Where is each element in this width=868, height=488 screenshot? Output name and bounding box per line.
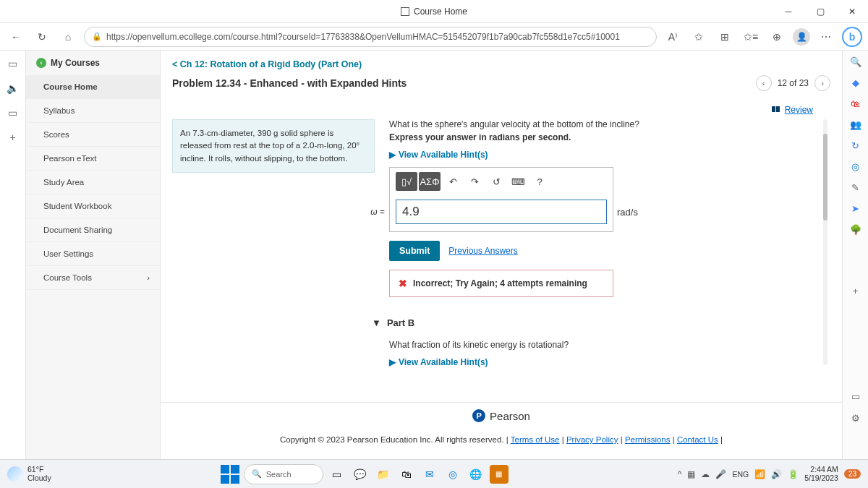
settings-icon[interactable]: ⚙ (851, 413, 860, 424)
edge-icon[interactable]: ◎ (443, 465, 462, 484)
read-aloud-button[interactable]: A⁾ (663, 27, 683, 47)
pager-prev-button[interactable]: ‹ (756, 75, 772, 91)
search-icon[interactable]: 🔍 (850, 56, 861, 67)
volume-icon[interactable]: 🔊 (771, 469, 782, 479)
copyright-text: Copyright © 2023 Pearson Education Inc. … (280, 435, 509, 444)
contact-link[interactable]: Contact Us (677, 435, 718, 444)
add-icon[interactable]: + (853, 286, 859, 296)
panel-icon[interactable]: ▭ (851, 391, 860, 402)
sync-icon[interactable]: ↻ (851, 140, 859, 151)
sidebar-item-course-home[interactable]: Course Home (26, 75, 160, 99)
redo-button[interactable]: ↷ (464, 172, 485, 191)
help-button[interactable]: ? (529, 172, 550, 191)
answer-input[interactable] (396, 200, 607, 224)
instruction-text: Express your answer in radians per secon… (389, 132, 813, 142)
hints-link[interactable]: ▶ View Available Hint(s) (389, 150, 813, 160)
mic-icon[interactable]: 🎤 (715, 469, 726, 479)
shopping-icon[interactable]: 🛍 (851, 98, 860, 109)
terms-link[interactable]: Terms of Use (511, 435, 560, 444)
tray-app-icon[interactable]: ▦ (687, 469, 695, 479)
sidebar-item-etext[interactable]: Pearson eText (26, 147, 160, 171)
collections-button[interactable]: ⊕ (767, 27, 787, 47)
wifi-icon[interactable]: 📶 (754, 469, 765, 479)
outlook-icon[interactable]: ◎ (851, 161, 859, 172)
edit-icon[interactable]: ✎ (851, 182, 859, 193)
split-button[interactable]: ⊞ (715, 27, 735, 47)
refresh-button[interactable]: ↻ (32, 27, 52, 47)
system-tray: ^ ▦ ☁ 🎤 ENG 📶 🔊 🔋 2:44 AM 5/19/2023 23 (678, 466, 861, 482)
reset-button[interactable]: ↺ (485, 172, 507, 191)
start-button[interactable] (221, 465, 239, 484)
lang-indicator[interactable]: ENG (732, 470, 749, 479)
unit-label: rad/s (613, 207, 644, 218)
triangle-icon: ▶ (389, 357, 396, 367)
mail-icon[interactable]: ✉ (420, 465, 439, 484)
explorer-icon[interactable]: 📁 (374, 465, 393, 484)
chat-icon[interactable]: 💬 (351, 465, 370, 484)
greek-button[interactable]: ΑΣΦ (419, 172, 441, 191)
sidebar-item-doc-sharing[interactable]: Document Sharing (26, 218, 160, 242)
previous-answers-link[interactable]: Previous Answers (448, 246, 517, 256)
tag-icon[interactable]: ◆ (852, 77, 859, 88)
sidebar-item-course-tools[interactable]: Course Tools › (26, 266, 160, 290)
minimize-button[interactable]: ─ (773, 0, 804, 23)
pager-next-button[interactable]: › (814, 75, 830, 91)
tab-icon[interactable]: ▭ (6, 106, 20, 120)
templates-button[interactable]: ▯√ (396, 172, 417, 191)
my-courses-label: My Courses (51, 58, 100, 68)
taskbar-search[interactable]: 🔍 Search (244, 464, 323, 484)
part-b-question: What fraction of its kinetic energy is r… (389, 340, 813, 350)
chapter-link[interactable]: < Ch 12: Rotation of a Rigid Body (Part … (161, 51, 842, 72)
sidebar-header[interactable]: ‹ My Courses (26, 51, 160, 75)
send-icon[interactable]: ➤ (851, 203, 859, 214)
maximize-button[interactable]: ▢ (804, 0, 836, 23)
favorite-button[interactable]: ✩ (689, 27, 709, 47)
url-text: https://openvellum.ecollege.com/course.h… (106, 32, 620, 42)
add-tab-icon[interactable]: + (6, 130, 20, 145)
browser-icon[interactable]: 🌐 (467, 465, 485, 484)
app-icon[interactable]: ▦ (490, 465, 509, 484)
sidebar-item-syllabus[interactable]: Syllabus (26, 99, 160, 123)
store-icon[interactable]: 🛍 (397, 465, 416, 484)
submit-button[interactable]: Submit (389, 241, 440, 261)
search-icon: 🔍 (252, 469, 262, 479)
problem-title: Problem 12.34 - Enhanced - with Expanded… (172, 77, 407, 89)
sidebar-item-workbook[interactable]: Student Workbook (26, 194, 160, 218)
permissions-link[interactable]: Permissions (625, 435, 671, 444)
sidebar-item-user-settings[interactable]: User Settings (26, 242, 160, 266)
hints-link-b[interactable]: ▶ View Available Hint(s) (389, 357, 813, 367)
address-bar[interactable]: 🔒 https://openvellum.ecollege.com/course… (84, 27, 657, 47)
onedrive-icon[interactable]: ☁ (701, 469, 710, 479)
sidebar-item-scores[interactable]: Scores (26, 123, 160, 147)
sound-icon[interactable]: 🔈 (6, 81, 20, 95)
back-button[interactable]: ← (6, 27, 26, 47)
omega-label: ω = (365, 207, 390, 217)
home-button[interactable]: ⌂ (58, 27, 78, 47)
pearson-logo-icon: P (472, 409, 485, 422)
keyboard-button[interactable]: ⌨ (507, 172, 529, 191)
more-button[interactable]: ⋯ (816, 27, 836, 47)
close-button[interactable]: ✕ (836, 0, 868, 23)
profile-avatar[interactable]: 👤 (793, 28, 810, 46)
hints-label-b: View Available Hint(s) (399, 357, 488, 367)
part-b-header[interactable]: ▼ Part B (372, 317, 813, 328)
review-link[interactable]: Review (772, 105, 813, 115)
scrollbar[interactable] (823, 119, 827, 365)
tabs-icon[interactable]: ▭ (6, 56, 20, 71)
undo-button[interactable]: ↶ (442, 172, 464, 191)
notification-badge[interactable]: 23 (844, 469, 861, 479)
privacy-link[interactable]: Privacy Policy (566, 435, 618, 444)
task-view-icon[interactable]: ▭ (328, 465, 346, 484)
battery-icon[interactable]: 🔋 (788, 469, 799, 479)
weather-temp: 61°F (27, 466, 51, 474)
x-icon: ✖ (399, 278, 407, 289)
chevron-up-icon[interactable]: ^ (678, 469, 682, 479)
bing-button[interactable]: b (842, 27, 862, 47)
tree-icon[interactable]: 🌳 (850, 224, 861, 235)
window-titlebar: Course Home ─ ▢ ✕ (0, 0, 868, 23)
weather-widget[interactable]: 61°F Cloudy (7, 466, 51, 482)
clock[interactable]: 2:44 AM 5/19/2023 (804, 466, 838, 482)
favorites-list-button[interactable]: ✩≡ (741, 27, 761, 47)
people-icon[interactable]: 👥 (850, 119, 861, 130)
sidebar-item-study-area[interactable]: Study Area (26, 171, 160, 194)
